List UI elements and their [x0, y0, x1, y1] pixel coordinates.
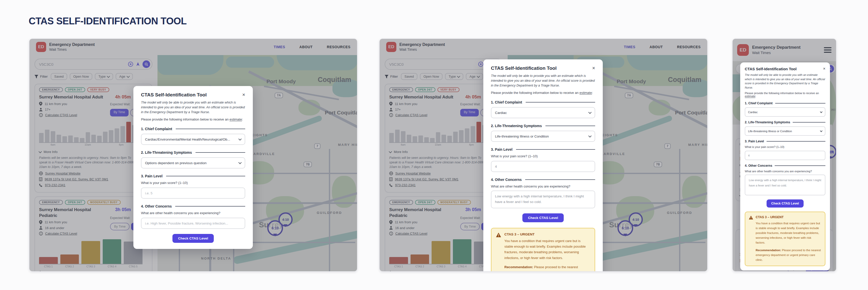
section-chief-complaint: 1. Chief Complaint — [141, 127, 245, 131]
check-ctas-button[interactable]: Check CTAS Level — [767, 199, 804, 207]
modal-disclaimer: The model will only be able to provide y… — [141, 100, 245, 114]
check-ctas-button[interactable]: Check CTAS Level — [173, 234, 214, 243]
estimate-link[interactable]: estimate — [745, 95, 755, 98]
symptoms-select[interactable]: Life-threatening Illness or Condition — [745, 126, 826, 136]
modal-disclaimer: The model will only be able to provide y… — [491, 74, 595, 88]
modal-instruction: Please provide the following information… — [491, 91, 595, 95]
section-symptoms: 2. Life-Threatening Symptoms — [745, 120, 826, 124]
section-symptoms: 2. Life-Threatening Symptoms — [141, 150, 245, 154]
pain-input[interactable]: i.e. 5 — [141, 187, 245, 199]
chevron-down-icon — [238, 161, 242, 164]
modal-title: CTAS Self-Identification Tool — [491, 65, 557, 71]
screenshot-desktop-empty: ED Emergency Department Wait Times TIMES… — [29, 38, 357, 271]
section-chief-complaint: 1. Chief Complaint — [745, 102, 826, 105]
section-symptoms: 2. Life-Threatening Symptoms — [491, 124, 595, 128]
other-question: What are other health concerns you are e… — [141, 211, 245, 215]
other-concerns-input[interactable]: Low energy with a high internal temperat… — [745, 175, 826, 195]
screenshot-desktop-result: ED Emergency Department Wait Times TIMES… — [379, 38, 708, 271]
symptoms-select[interactable]: Options dependent on previous question — [141, 157, 245, 169]
result-title: CTAS 3 – URGENT — [756, 215, 822, 219]
pain-question: What is your pain score? (1–10) — [745, 145, 826, 148]
symptoms-select[interactable]: Life-threatening Illness or Condition — [491, 130, 595, 142]
result-body: You have a condition that requires urgen… — [504, 238, 590, 261]
warning-icon — [496, 233, 501, 271]
chief-complaint-select[interactable]: Cardiac — [745, 107, 826, 117]
pain-input[interactable]: 4 — [745, 151, 826, 160]
result-recommendation: Recommendation: Please proceed to the ne… — [504, 264, 590, 271]
ctas-result-box: CTAS 3 – URGENT You have a condition tha… — [491, 228, 595, 271]
result-body: You have a condition that requires urgen… — [756, 221, 822, 245]
chief-complaint-select[interactable]: Cardiac/Environmental/Mental Health/Neur… — [141, 134, 245, 145]
chevron-down-icon — [238, 137, 242, 141]
close-icon[interactable]: × — [823, 67, 826, 71]
modal-disclaimer: The model will only be able to provide y… — [745, 73, 826, 90]
chevron-down-icon — [588, 134, 592, 138]
result-recommendation: Recommendation: Please proceed to the ne… — [756, 248, 822, 262]
result-title: CTAS 3 – URGENT — [504, 232, 590, 236]
chief-complaint-select[interactable]: Cardiac — [491, 107, 595, 118]
modal-instruction: Please provide the following information… — [745, 92, 826, 98]
other-concerns-input[interactable]: i.e. High fever, Possible fracture, Wors… — [141, 218, 245, 229]
section-other-concerns: 4. Other Concerns — [141, 204, 245, 208]
estimate-link[interactable]: estimate — [229, 117, 242, 121]
chevron-down-icon — [588, 111, 592, 114]
pain-question: What is your pain score? (1–10) — [141, 181, 245, 185]
other-question: What are other health concerns you are e… — [491, 184, 595, 188]
section-other-concerns: 4. Other Concerns — [745, 164, 826, 168]
page-title: CTAS SELF-IDENTIFICATION TOOL — [29, 16, 187, 27]
estimate-link[interactable]: estimate — [580, 91, 592, 95]
modal-title: CTAS Self-Identification Tool — [745, 67, 797, 71]
section-other-concerns: 4. Other Concerns — [491, 178, 595, 182]
ctas-modal-filled: CTAS Self-Identification Tool × The mode… — [483, 59, 603, 271]
modal-instruction: Please provide the following information… — [141, 117, 245, 121]
warning-icon — [749, 216, 753, 262]
other-question: What are other health concerns you are e… — [745, 170, 826, 173]
section-pain-level: 3. Pain Level — [141, 174, 245, 178]
pain-question: What is your pain score? (1–10) — [491, 154, 595, 158]
screenshot-mobile-result: MARY HILL 6:10 ED Emergency Department W… — [732, 38, 836, 271]
section-pain-level: 3. Pain Level — [745, 140, 826, 143]
pain-input[interactable]: 4 — [491, 161, 595, 172]
section-chief-complaint: 1. Chief Complaint — [491, 100, 595, 104]
close-icon[interactable]: × — [242, 92, 245, 97]
ctas-result-box: CTAS 3 – URGENT You have a condition tha… — [745, 212, 826, 266]
chevron-down-icon — [820, 110, 823, 113]
other-concerns-input[interactable]: Low energy with a high internal temperat… — [491, 191, 595, 208]
close-icon[interactable]: × — [592, 65, 595, 70]
ctas-modal-mobile: CTAS Self-Identification Tool × The mode… — [740, 62, 830, 270]
ctas-modal-empty: CTAS Self-Identification Tool × The mode… — [133, 86, 253, 249]
section-pain-level: 3. Pain Level — [491, 147, 595, 151]
chevron-down-icon — [820, 129, 823, 132]
modal-title: CTAS Self-Identification Tool — [141, 92, 207, 98]
check-ctas-button[interactable]: Check CTAS Level — [522, 213, 563, 222]
